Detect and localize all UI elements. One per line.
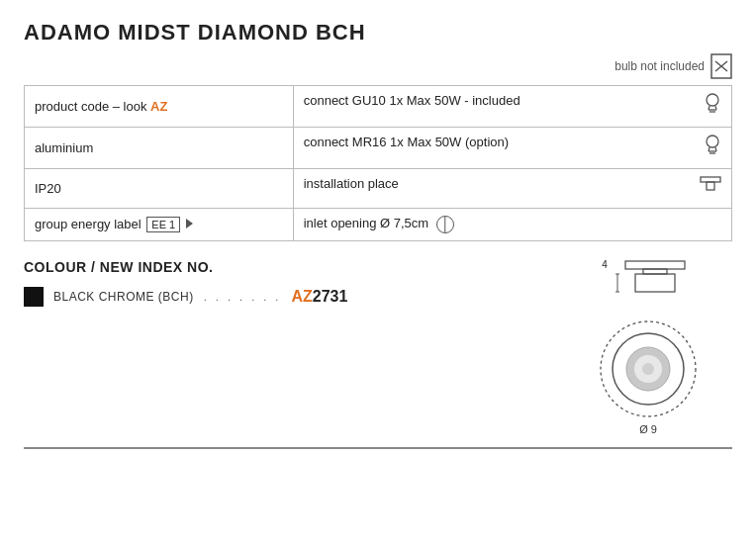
table-row: product code – look AZ connect GU10 1x M… xyxy=(25,86,732,128)
energy-label-box: EE 1 xyxy=(146,217,180,232)
gu10-cell: connect GU10 1x Max 50W - included xyxy=(293,86,731,128)
aluminium-text: aluminium xyxy=(35,140,93,155)
svg-rect-16 xyxy=(643,269,667,274)
bulb-note-text: bulb not included xyxy=(614,59,705,73)
aluminium-cell: aluminium xyxy=(25,128,294,169)
svg-rect-13 xyxy=(701,177,720,182)
table-row: IP20 installation place xyxy=(25,169,732,209)
svg-rect-14 xyxy=(707,182,714,190)
mr16-text: connect MR16 1x Max 50W (option) xyxy=(304,135,509,149)
mr16-cell: connect MR16 1x Max 50W (option) xyxy=(293,128,731,169)
page-title: ADAMO MIDST DIAMOND BCH xyxy=(24,20,732,46)
ip20-cell: IP20 xyxy=(25,169,294,209)
lamp-icon xyxy=(704,93,721,120)
svg-rect-15 xyxy=(625,261,685,269)
colour-dots: . . . . . . . xyxy=(204,291,282,303)
energy-label-cell: group energy label EE 1 xyxy=(25,209,294,241)
energy-label-text: group energy label xyxy=(35,217,144,231)
product-code-prefix: AZ xyxy=(291,288,312,305)
colour-section-title: COLOUR / NEW INDEX NO. xyxy=(24,259,544,275)
diagram-area: 4 xyxy=(564,259,732,435)
svg-point-25 xyxy=(642,363,654,375)
product-code-cell: product code – look AZ xyxy=(25,86,294,128)
installation-cell: installation place xyxy=(293,169,731,209)
energy-label-value: EE 1 xyxy=(151,219,175,230)
colour-row: BLACK CHROME (BCH) . . . . . . . AZ2731 xyxy=(24,287,544,307)
inlet-text: inlet opening xyxy=(304,216,380,230)
energy-arrow-icon xyxy=(186,219,193,228)
colour-label: BLACK CHROME (BCH) xyxy=(53,290,194,304)
top-view-svg xyxy=(594,315,703,423)
product-full-code: AZ2731 xyxy=(291,288,347,306)
gu10-text: connect GU10 1x Max 50W - included xyxy=(304,93,520,108)
side-view-svg xyxy=(615,259,695,299)
svg-point-8 xyxy=(707,136,718,147)
colour-section: COLOUR / NEW INDEX NO. BLACK CHROME (BCH… xyxy=(24,259,544,317)
ip20-text: IP20 xyxy=(35,181,61,196)
svg-point-3 xyxy=(707,94,718,106)
half-circle-icon xyxy=(436,216,454,233)
colour-swatch xyxy=(24,287,44,307)
lamp2-icon xyxy=(704,135,721,161)
ceiling-icon xyxy=(700,176,721,201)
product-code-az: AZ xyxy=(150,99,167,114)
svg-rect-17 xyxy=(635,274,675,292)
product-code-label: product code – look xyxy=(35,99,150,114)
side-dim-label: 4 xyxy=(602,259,608,270)
bottom-divider xyxy=(24,447,732,449)
bottom-dim-label: Ø 9 xyxy=(639,423,657,435)
table-row: aluminium connect MR16 1x Max 50W (optio… xyxy=(25,128,732,169)
inlet-cell: inlet opening Ø 7,5cm xyxy=(293,209,731,241)
table-row: group energy label EE 1 inlet opening Ø … xyxy=(25,209,732,241)
product-code-number: 2731 xyxy=(313,288,348,305)
installation-text: installation place xyxy=(304,176,399,191)
inlet-diameter: Ø 7,5cm xyxy=(380,216,428,230)
bulb-icon xyxy=(710,53,732,79)
bottom-section: COLOUR / NEW INDEX NO. BLACK CHROME (BCH… xyxy=(24,259,732,435)
side-view: 4 xyxy=(602,259,695,299)
specs-table: product code – look AZ connect GU10 1x M… xyxy=(24,85,732,241)
bulb-note: bulb not included xyxy=(24,53,732,79)
